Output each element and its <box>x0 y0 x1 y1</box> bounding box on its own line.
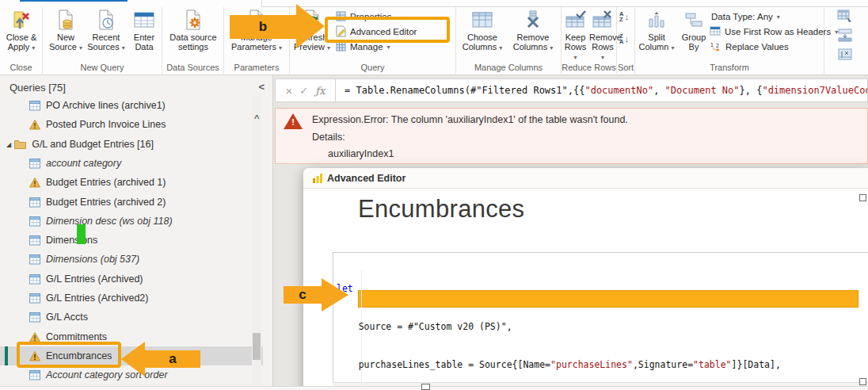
caret-down-icon: ▾ <box>671 44 674 52</box>
caret-down-icon: ▾ <box>387 44 390 51</box>
error-warning-exclamation: ! <box>284 117 303 127</box>
scroll-up-icon[interactable]: ^ <box>254 113 259 123</box>
group-label-close: Close <box>0 63 42 72</box>
group-label-sort: Sort <box>617 63 634 72</box>
table-icon <box>29 370 40 380</box>
ribbon-group-reduce-rows: Keep Rows ▾ Remove Rows ▾ Reduce Rows <box>562 7 617 74</box>
table-icon <box>29 293 40 304</box>
split-column-icon <box>637 9 676 31</box>
power-query-editor-window: Close & Apply ▾ Close New Source ▾ <box>0 0 868 390</box>
resize-handle[interactable] <box>859 194 866 201</box>
recent-sources-button[interactable]: Recent Sources ▾ <box>86 9 127 53</box>
confirm-formula-icon[interactable]: ✓ <box>299 85 308 97</box>
keep-rows-icon <box>562 9 588 31</box>
use-first-row-as-headers-button[interactable]: Use First Row as Headers ▾ <box>710 25 838 39</box>
formula-bar-actions: × ✓ ƒx <box>276 79 336 101</box>
choose-columns-button[interactable]: Choose Columns ▾ <box>459 9 505 53</box>
merge-queries-button[interactable] <box>837 10 853 24</box>
sort-ascending-button[interactable]: AZ ↓ <box>619 11 629 22</box>
queries-pane-title: Queries [75] <box>10 82 66 94</box>
remove-rows-button[interactable]: Remove Rows ▾ <box>589 9 616 63</box>
query-item-account-category[interactable]: account category <box>0 154 263 173</box>
active-tab-underline <box>20 0 128 2</box>
table-icon <box>29 235 40 246</box>
query-item-dimensions-obj-537[interactable]: Dimensions (obj 537) <box>0 250 263 269</box>
collapse-pane-icon[interactable]: < <box>258 81 265 93</box>
annotation-box-encumbrances <box>17 342 121 368</box>
error-details-label: Details: <box>312 132 345 143</box>
group-label-transform: Transform <box>635 63 824 72</box>
resize-handle[interactable] <box>421 384 430 390</box>
cancel-formula-icon[interactable]: × <box>286 84 293 98</box>
remove-columns-icon <box>510 9 556 31</box>
new-source-button[interactable]: New Source ▾ <box>48 9 84 53</box>
query-item-po-archive-lines[interactable]: PO Archive lines (archive1) <box>0 96 263 115</box>
query-item-posted-purch-invoice-lines[interactable]: Posted Purch Invoice Lines <box>0 115 263 134</box>
sidebar-scrollbar-thumb[interactable] <box>253 333 261 360</box>
group-label-data-sources: Data Sources <box>162 63 223 72</box>
caret-down-icon: ▾ <box>777 13 780 21</box>
table-icon <box>29 216 40 227</box>
group-label-new-query: New Query <box>43 63 162 72</box>
group-label-query: Query <box>290 63 455 72</box>
code-line: purchaseLines_table = Source{[Name="purc… <box>337 358 868 371</box>
choose-columns-icon <box>459 9 505 31</box>
power-bi-logo-icon <box>312 173 323 187</box>
query-item-budget-entries-archived-2[interactable]: Budget Entries (archived 2) <box>0 193 263 212</box>
query-item-dimensions[interactable]: Dimensions <box>0 231 263 250</box>
warning-icon <box>29 178 40 188</box>
query-item-budget-entries-archived-1[interactable]: Budget Entries (archived 1) <box>0 173 263 192</box>
split-column-button[interactable]: Split Column ▾ <box>637 9 676 53</box>
window-bottom-edge <box>0 386 868 390</box>
keep-rows-button[interactable]: Keep Rows ▾ <box>562 9 588 63</box>
enter-data-button[interactable]: Enter Data <box>128 9 160 52</box>
query-item-gl-accts[interactable]: G/L Accts <box>0 308 263 327</box>
combine-files-button[interactable] <box>837 48 853 62</box>
caret-down-icon: ▾ <box>550 44 553 52</box>
data-type-button[interactable]: Data Type: Any ▾ <box>711 10 780 24</box>
data-source-settings-button[interactable]: Data source settings <box>165 9 222 52</box>
dialog-title: Advanced Editor <box>327 173 405 184</box>
replace-values-icon: 12 <box>710 41 721 53</box>
query-item-gl-entries-archived2[interactable]: G/L Entries (Archived2) <box>0 289 263 308</box>
caret-down-icon: ▾ <box>79 44 82 52</box>
annotation-label-b: b <box>259 19 267 35</box>
resize-handle[interactable] <box>859 378 866 385</box>
caret-down-icon: ▾ <box>573 54 577 61</box>
first-row-headers-icon <box>710 26 721 37</box>
enter-data-icon <box>128 9 160 31</box>
error-panel: ! Expression.Error: The column 'auxiliar… <box>275 108 868 164</box>
query-group-gl-and-budget-entries[interactable]: ◢ G/L and Budget Entries [16] <box>0 135 263 154</box>
combine-icon <box>837 48 853 63</box>
error-message: Expression.Error: The column 'auxiliaryI… <box>312 114 628 125</box>
dialog-title-bar[interactable]: Advanced Editor <box>303 168 868 189</box>
sort-za-icon: ZA <box>619 33 623 44</box>
m-code: let Source = #"Custom v20 (PS)", purchas… <box>333 253 868 390</box>
caret-down-icon: ▾ <box>279 44 282 52</box>
annotation-label-a: a <box>169 351 176 367</box>
warning-icon <box>29 332 40 342</box>
tab-row-separator <box>261 0 262 6</box>
remove-rows-icon <box>589 9 616 31</box>
ribbon-group-combine <box>824 7 868 74</box>
close-apply-button[interactable]: Close & Apply ▾ <box>1 9 42 53</box>
group-by-button[interactable]: Group By <box>678 9 710 52</box>
remove-columns-button[interactable]: Remove Columns ▾ <box>510 9 556 53</box>
caret-down-icon: ▾ <box>601 54 604 61</box>
caret-down-icon: ▾ <box>122 44 125 52</box>
selection-indicator <box>5 346 8 365</box>
append-queries-button[interactable] <box>837 29 853 43</box>
caret-down-icon: ▾ <box>499 44 502 52</box>
sort-descending-button[interactable]: ZA ↓ <box>619 33 629 44</box>
group-label-parameters: Parameters <box>224 63 289 72</box>
expand-triangle-icon[interactable]: ◢ <box>6 141 11 148</box>
recent-sources-icon <box>86 9 127 31</box>
query-item-gl-entries-archived[interactable]: G/L Entries (Archived) <box>0 270 263 289</box>
table-icon <box>29 254 40 265</box>
formula-input[interactable]: = Table.RenameColumns(#"Filtered Rows1",… <box>337 79 867 101</box>
fx-icon[interactable]: ƒx <box>315 85 325 97</box>
replace-values-button[interactable]: 12 Replace Values <box>710 40 789 54</box>
query-item-dimension-desc[interactable]: Dimension desc (ws obj 118) <box>0 212 263 231</box>
m-code-editor[interactable]: let Source = #"Custom v20 (PS)", purchas… <box>333 252 868 390</box>
warning-icon <box>29 120 40 130</box>
